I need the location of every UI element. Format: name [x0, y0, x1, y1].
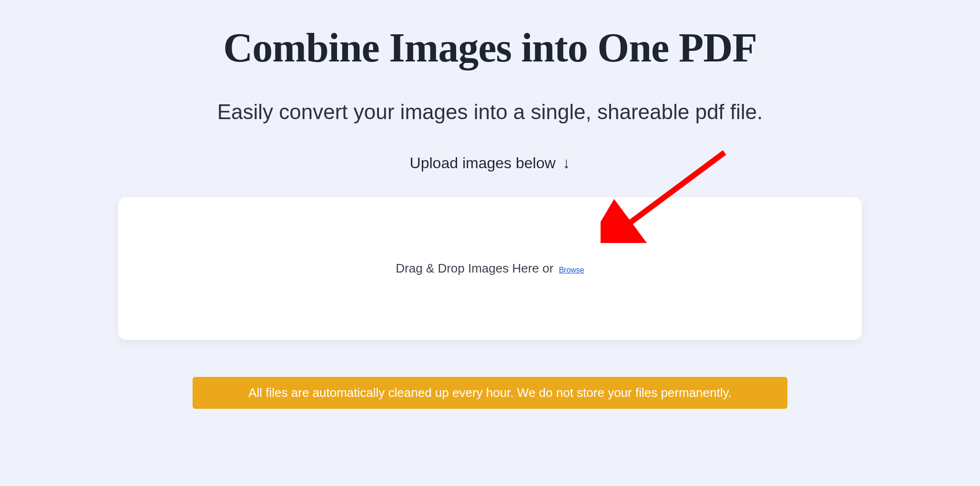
page-subtitle: Easily convert your images into a single…: [217, 100, 763, 124]
arrow-down-icon: ↓: [562, 154, 570, 172]
dropzone-content: Drag & Drop Images Here or Browse: [396, 261, 584, 276]
cleanup-notice-banner: All files are automatically cleaned up e…: [193, 377, 787, 409]
browse-link[interactable]: Browse: [559, 266, 584, 274]
upload-instruction-text: Upload images below: [410, 154, 556, 172]
image-dropzone[interactable]: Drag & Drop Images Here or Browse: [118, 197, 862, 340]
upload-instruction: Upload images below ↓: [410, 154, 571, 172]
dropzone-text: Drag & Drop Images Here or: [396, 261, 557, 275]
page-title: Combine Images into One PDF: [223, 24, 757, 71]
